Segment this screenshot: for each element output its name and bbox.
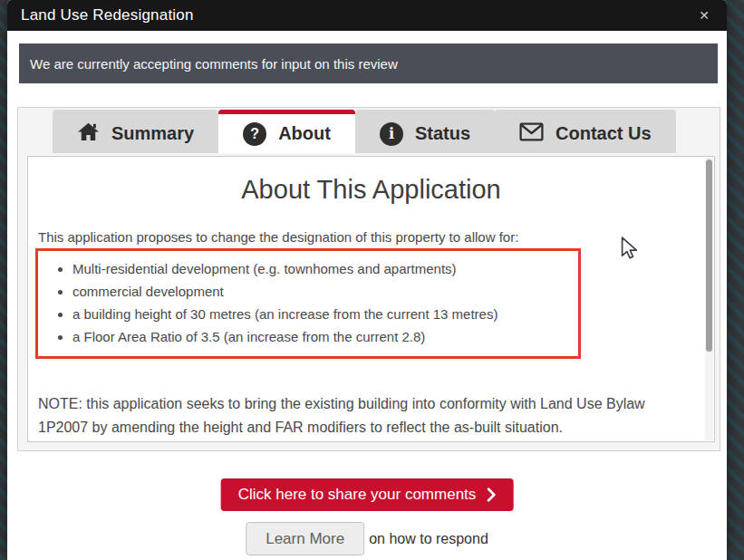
learn-more-row: Learn More on how to respond [246, 522, 488, 555]
tab-summary-label: Summary [111, 123, 194, 144]
tab-list: Summary ? About i Status [53, 110, 676, 153]
learn-more-suffix: on how to respond [369, 531, 488, 547]
tab-about-label: About [278, 123, 331, 144]
panel-scrollbar-track[interactable] [705, 158, 713, 440]
highlighted-proposal-box: Multi-residential development (e.g. town… [35, 248, 581, 359]
land-use-modal: Land Use Redesignation ✕ We are currentl… [7, 0, 727, 560]
tab-status-label: Status [415, 123, 470, 144]
note-text: NOTE: this application seeks to bring th… [38, 392, 691, 440]
info-icon: i [380, 122, 403, 146]
list-item: commercial development [72, 280, 578, 303]
modal-header: Land Use Redesignation ✕ [7, 0, 727, 31]
share-comments-button[interactable]: Click here to share your comments [221, 478, 514, 511]
list-item: Multi-residential development (e.g. town… [72, 257, 578, 280]
question-icon: ? [243, 122, 266, 146]
banner-text: We are currently accepting comments for … [30, 56, 398, 72]
close-icon[interactable]: ✕ [695, 6, 713, 24]
tab-summary[interactable]: Summary [53, 110, 218, 153]
tab-contact-us[interactable]: Contact Us [495, 110, 676, 153]
proposal-list: Multi-residential development (e.g. town… [38, 257, 578, 348]
tab-contact-us-label: Contact Us [556, 123, 652, 144]
comment-status-banner: We are currently accepting comments for … [19, 43, 718, 83]
tab-about[interactable]: ? About [218, 110, 355, 153]
home-icon [77, 121, 100, 147]
about-tab-panel: About This Application This application … [27, 156, 715, 442]
chevron-right-icon [486, 488, 496, 502]
panel-scrollbar-thumb[interactable] [706, 159, 712, 352]
envelope-icon [519, 122, 544, 146]
page-background: Land Use Redesignation ✕ We are currentl… [0, 0, 744, 560]
share-comments-label: Click here to share your comments [238, 486, 477, 504]
tab-container: Summary ? About i Status [17, 107, 720, 451]
learn-more-button[interactable]: Learn More [246, 522, 364, 555]
panel-heading: About This Application [28, 175, 714, 205]
list-item: a Floor Area Ratio of 3.5 (an increase f… [72, 325, 578, 348]
tab-status[interactable]: i Status [355, 110, 495, 153]
modal-title: Land Use Redesignation [21, 6, 695, 24]
intro-text: This application proposes to change the … [38, 229, 714, 245]
list-item: a building height of 30 metres (an incre… [72, 303, 578, 325]
